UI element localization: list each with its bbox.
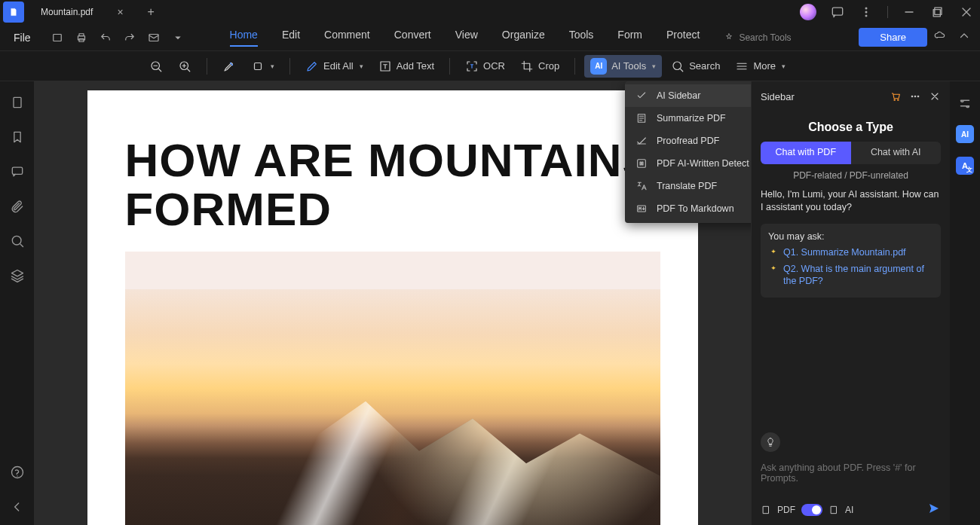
bookmarks-icon[interactable] [10,130,25,145]
svg-point-1 [865,8,867,9]
dropdown-item-markdown[interactable]: PDF To Markdown [625,197,751,220]
dropdown-item-translate[interactable]: Translate PDF [625,175,751,197]
markdown-icon [635,203,648,215]
tab-protect[interactable]: Protect [666,29,700,47]
add-text-button[interactable]: Add Text [372,56,440,76]
tab-edit[interactable]: Edit [282,29,300,47]
shape-button[interactable]: ▾ [245,56,280,76]
sparkle-icon [768,248,779,258]
svg-rect-16 [14,97,21,107]
titlebar: Mountain.pdf × + [0,0,980,24]
layers-icon[interactable] [10,268,25,283]
chat-type-segment: Chat with PDF Chat with AI [761,142,941,164]
dropdown-item-detect[interactable]: PDF AI-Written Detect [625,152,751,175]
zoom-out-button[interactable] [143,56,169,76]
tab-organize[interactable]: Organize [502,29,545,47]
menu-tabs: Home Edit Comment Convert View Organize … [230,29,700,47]
search-panel-icon[interactable] [10,234,25,249]
seg-chat-pdf[interactable]: Chat with PDF [761,142,851,164]
search-tools[interactable]: Search Tools [724,32,791,43]
suggested-q1[interactable]: Q1. Summarize Mountain.pdf [768,246,933,259]
dropdown-item-proofread[interactable]: Proofread PDF [625,130,751,152]
pdf-mode-toggle[interactable] [801,504,822,516]
close-sidebar-icon[interactable] [929,90,941,102]
suggested-q2[interactable]: Q2. What is the main argument of the PDF… [768,263,933,288]
svg-rect-21 [638,160,646,168]
print-icon[interactable] [75,31,88,44]
app-icon [3,2,24,23]
file-menu[interactable]: File [8,32,37,44]
kebab-menu-icon[interactable] [859,5,874,20]
chat-icon[interactable] [830,5,845,20]
translate-panel-icon[interactable]: A文 [956,157,974,175]
tab-comment[interactable]: Comment [324,29,370,47]
svg-rect-29 [831,506,837,513]
ocr-button[interactable]: OCR [459,56,511,76]
share-button[interactable]: Share [859,28,927,47]
dropdown-icon[interactable] [171,31,185,44]
tab-form[interactable]: Form [617,29,642,47]
redo-icon[interactable] [123,31,136,44]
ai-icon: AI [590,58,607,75]
svg-rect-10 [149,34,158,41]
comments-icon[interactable] [10,164,25,179]
zoom-in-button[interactable] [172,56,198,76]
document-area[interactable]: HOW ARE MOUNTAINS FORMED AI Sidebar Summ… [34,81,751,525]
summarize-icon [635,112,648,124]
help-icon[interactable] [10,465,25,480]
more-button[interactable]: More▾ [729,56,792,76]
mountain-photo [125,289,660,525]
settings-icon[interactable] [957,95,973,111]
tab-view[interactable]: View [455,29,478,47]
dropdown-item-ai-sidebar[interactable]: AI Sidebar [625,84,751,107]
window-minimize-button[interactable] [902,5,917,20]
thumbnails-icon[interactable] [10,95,25,110]
ai-chat-input[interactable] [761,462,941,490]
collapse-icon[interactable] [957,29,971,46]
svg-point-24 [898,99,899,100]
new-tab-button[interactable]: + [148,5,155,19]
attachments-icon[interactable] [10,199,25,214]
svg-rect-28 [764,506,769,513]
ai-panel-icon[interactable]: AI [956,125,974,143]
ai-sidebar: Sidebar Choose a Type Chat with PDF Chat… [751,81,950,525]
search-tools-placeholder: Search Tools [739,32,791,43]
sidebar-subtext: PDF-related / PDF-unrelated [752,170,950,181]
svg-point-18 [12,236,21,245]
more-options-icon[interactable] [909,90,921,102]
pdf-doc-icon [761,505,771,515]
send-button[interactable] [927,502,941,517]
collapse-left-icon[interactable] [10,499,25,514]
window-maximize-button[interactable] [930,5,945,20]
highlight-button[interactable] [216,56,242,76]
choose-type-title: Choose a Type [752,121,950,134]
footer-pdf-label: PDF [777,505,795,515]
tab-convert[interactable]: Convert [394,29,431,47]
cloud-sync-icon[interactable] [933,29,947,46]
undo-icon[interactable] [99,31,112,44]
hint-button[interactable] [761,432,780,452]
svg-rect-8 [79,33,84,35]
document-tab[interactable]: Mountain.pdf × [30,0,134,24]
user-avatar[interactable] [800,4,816,20]
proofread-icon [635,135,648,147]
open-icon[interactable] [51,31,64,44]
seg-chat-ai[interactable]: Chat with AI [851,142,942,164]
cart-icon[interactable] [890,90,902,102]
window-close-button[interactable] [959,5,974,20]
crop-button[interactable]: Crop [514,56,565,76]
search-button[interactable]: Search [665,56,726,76]
check-icon [635,90,648,102]
tab-tools[interactable]: Tools [569,29,594,47]
document-heading: HOW ARE MOUNTAINS FORMED [125,136,660,234]
mail-icon[interactable] [147,31,161,44]
ai-greeting: Hello, I'm Lumi, your AI assistant. How … [761,188,941,215]
edit-all-button[interactable]: Edit All▾ [299,56,369,76]
tab-home[interactable]: Home [230,29,258,47]
dropdown-item-summarize[interactable]: Summarize PDF [625,107,751,130]
document-tab-title: Mountain.pdf [41,7,93,17]
ai-tools-button[interactable]: AIAI Tools▾ [584,55,662,78]
close-tab-icon[interactable]: × [117,6,123,18]
left-sidebar [0,81,34,525]
pdf-page: HOW ARE MOUNTAINS FORMED [87,90,698,525]
